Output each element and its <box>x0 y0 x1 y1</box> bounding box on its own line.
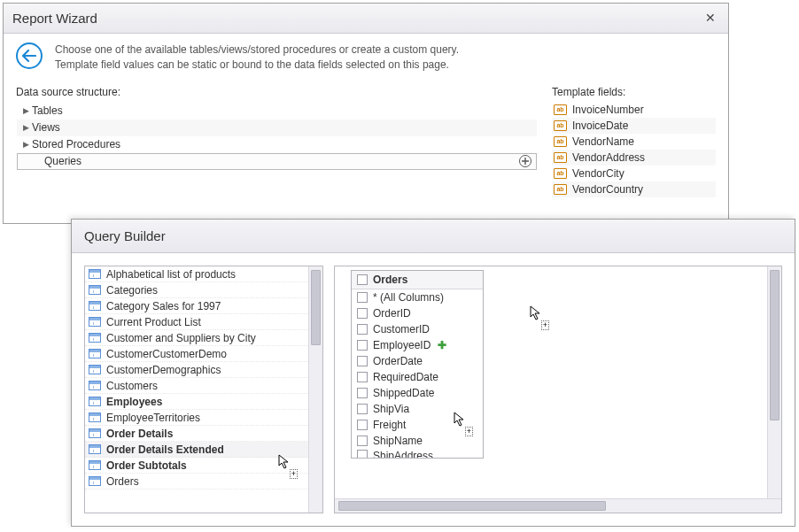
checkbox[interactable] <box>357 450 368 458</box>
checkbox[interactable] <box>357 356 368 366</box>
column-item[interactable]: * (All Columns) <box>352 289 483 305</box>
table-list-item[interactable]: Employees <box>85 394 322 410</box>
add-query-button[interactable] <box>518 154 532 168</box>
checkbox[interactable] <box>357 324 368 335</box>
column-item[interactable]: OrderDate <box>352 353 483 369</box>
table-name: Customers <box>106 380 319 392</box>
field-icon: ab <box>554 136 567 147</box>
table-icon <box>89 269 101 279</box>
table-list-item[interactable]: Order Details <box>85 426 322 442</box>
table-name: Order Subtotals <box>106 459 319 472</box>
field-icon: ab <box>554 120 567 131</box>
horizontal-scrollbar[interactable] <box>335 498 781 513</box>
checkbox[interactable] <box>357 372 368 382</box>
table-list-item[interactable]: Category Sales for 1997 <box>85 298 322 314</box>
column-item[interactable]: OrderID <box>352 305 483 321</box>
ds-item-views[interactable]: ▶ Views <box>17 120 537 136</box>
table-list-item[interactable]: Customers <box>85 378 322 394</box>
table-list-item[interactable]: Current Product List <box>85 314 322 330</box>
vertical-scrollbar[interactable] <box>308 266 322 513</box>
table-list-item[interactable]: Order Subtotals <box>85 458 322 474</box>
scrollbar-thumb[interactable] <box>770 270 780 420</box>
column-name: OrderID <box>373 307 411 320</box>
table-list-item[interactable]: EmployeeTerritories <box>85 410 322 426</box>
column-item[interactable]: ShipName <box>352 433 483 449</box>
table-name: Employees <box>106 396 319 408</box>
table-icon <box>89 301 101 311</box>
checkbox[interactable] <box>357 404 368 414</box>
template-field[interactable]: abVendorAddress <box>552 150 716 166</box>
table-name: Current Product List <box>106 316 319 328</box>
plus-icon: ✚ <box>438 339 446 351</box>
checkbox[interactable] <box>357 436 368 446</box>
column-item[interactable]: Freight <box>352 417 483 433</box>
field-icon: ab <box>554 104 567 115</box>
table-name: Customer and Suppliers by City <box>106 332 319 344</box>
column-item[interactable]: RequiredDate <box>352 369 483 385</box>
table-node-orders[interactable]: Orders * (All Columns)OrderIDCustomerIDE… <box>351 270 484 459</box>
column-item[interactable]: EmployeeID✚ <box>352 337 483 353</box>
expand-icon[interactable]: ▶ <box>19 106 32 115</box>
checkbox[interactable] <box>357 292 368 303</box>
table-list-item[interactable]: Customer and Suppliers by City <box>85 330 322 346</box>
vertical-scrollbar[interactable] <box>767 266 781 498</box>
template-field[interactable]: abVendorName <box>552 134 716 150</box>
close-icon[interactable]: ✕ <box>702 10 719 27</box>
field-icon: ab <box>554 184 567 195</box>
ds-item-tables[interactable]: ▶ Tables <box>17 103 537 120</box>
query-builder-title: Query Builder <box>84 228 166 243</box>
table-icon <box>89 444 101 454</box>
template-field[interactable]: abInvoiceDate <box>552 118 716 134</box>
column-name: Freight <box>373 419 406 431</box>
table-icon <box>89 460 101 470</box>
arrow-left-icon <box>22 50 36 62</box>
table-node-header[interactable]: Orders <box>352 271 483 289</box>
ds-item-stored-procedures[interactable]: ▶ Stored Procedures <box>17 136 537 153</box>
table-list-item[interactable]: CustomerDemographics <box>85 362 322 378</box>
column-item[interactable]: ShippedDate <box>352 385 483 401</box>
column-item[interactable]: ShipVia <box>352 401 483 417</box>
checkbox[interactable] <box>357 420 368 430</box>
query-builder-titlebar: Query Builder <box>72 220 795 253</box>
column-name: OrderDate <box>373 355 423 367</box>
table-list-item[interactable]: Categories <box>85 282 322 298</box>
table-list-item[interactable]: Order Details Extended <box>85 442 322 458</box>
table-icon <box>89 317 101 327</box>
checkbox[interactable] <box>357 308 368 319</box>
checkbox[interactable] <box>357 388 368 398</box>
column-item[interactable]: ShipAddress <box>352 449 483 458</box>
table-icon <box>89 285 101 295</box>
expand-icon[interactable]: ▶ <box>19 123 32 132</box>
checkbox[interactable] <box>357 340 368 351</box>
data-source-label: Data source structure: <box>16 86 538 98</box>
template-field[interactable]: abVendorCountry <box>552 181 716 197</box>
back-button[interactable] <box>16 42 43 69</box>
instruction-line-2: Template field values can be static or b… <box>55 58 459 73</box>
template-field[interactable]: abVendorCity <box>552 166 716 181</box>
column-name: EmployeeID <box>373 339 431 351</box>
expand-icon[interactable]: ▶ <box>19 140 32 149</box>
template-field[interactable]: abInvoiceNumber <box>552 102 716 118</box>
plus-circle-icon <box>518 154 532 168</box>
column-name: ShipVia <box>373 403 409 415</box>
column-name: RequiredDate <box>373 371 438 383</box>
table-list-item[interactable]: Orders <box>85 474 322 490</box>
table-list-item[interactable]: CustomerCustomerDemo <box>85 346 322 362</box>
query-canvas[interactable]: Orders * (All Columns)OrderIDCustomerIDE… <box>335 266 781 498</box>
checkbox[interactable] <box>357 274 368 285</box>
table-icon <box>89 476 101 486</box>
table-name: EmployeeTerritories <box>106 412 319 424</box>
column-name: ShipAddress <box>373 450 433 458</box>
template-fields-label: Template fields: <box>552 86 716 98</box>
column-item[interactable]: CustomerID <box>352 321 483 337</box>
column-name: ShippedDate <box>373 387 434 399</box>
ds-item-queries[interactable]: Queries <box>17 153 537 170</box>
scrollbar-thumb[interactable] <box>338 501 606 511</box>
table-icon <box>89 349 101 359</box>
scrollbar-thumb[interactable] <box>311 270 321 345</box>
table-name: Alphabetical list of products <box>106 268 319 281</box>
table-name: CustomerCustomerDemo <box>106 348 319 360</box>
table-list-item[interactable]: Alphabetical list of products <box>85 266 322 282</box>
table-name: Order Details <box>106 428 319 440</box>
column-name: ShipName <box>373 435 423 447</box>
